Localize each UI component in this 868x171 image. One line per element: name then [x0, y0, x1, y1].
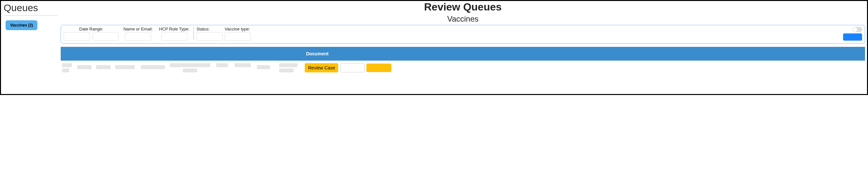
date-range-start-input[interactable]: [64, 32, 90, 41]
filter-hcp-role: HCP Role Type:: [156, 27, 192, 41]
date-range-end-input[interactable]: [93, 32, 119, 41]
th-2: [95, 47, 113, 61]
toggle-knob-icon: [852, 27, 857, 32]
filter-name-email: Name or Email:: [120, 27, 156, 41]
sidebar-title: Queues: [4, 2, 57, 13]
filter-label-date-range: Date Range:: [80, 27, 103, 31]
cell-9: [278, 63, 303, 72]
th-11: [395, 47, 403, 61]
page-subtitle: Vaccines: [60, 14, 866, 24]
filter-vaccine-type: Vaccine type:: [225, 27, 257, 41]
th-1: [76, 47, 94, 61]
hcp-role-input[interactable]: [161, 32, 187, 41]
cell-8: [255, 63, 277, 69]
sidebar-item-vaccines[interactable]: Vaccines (2): [6, 20, 37, 30]
th-7: [233, 47, 255, 61]
page-title: Review Queues: [60, 1, 866, 13]
cell-2: [95, 63, 113, 69]
filter-label-vaccine-type: Vaccine type:: [225, 27, 250, 31]
apply-filters-button[interactable]: [843, 33, 862, 41]
th-8: [255, 47, 277, 61]
cell-7: [233, 63, 255, 67]
filter-label-name-email: Name or Email:: [123, 27, 153, 31]
review-case-button[interactable]: Review Case: [305, 63, 338, 72]
th-6: [215, 47, 232, 61]
th-5: [168, 47, 214, 61]
cell-5: [168, 63, 214, 72]
status-input[interactable]: [196, 32, 223, 41]
th-9: [278, 47, 303, 61]
th-document: Document: [304, 47, 394, 61]
name-email-input[interactable]: [125, 32, 151, 41]
cell-6: [215, 63, 232, 67]
cell-3: [114, 63, 139, 69]
filter-actions: [843, 27, 862, 41]
sidebar-divider: [4, 15, 57, 16]
sidebar: Queues Vaccines (2): [1, 1, 60, 94]
filter-label-status: Status:: [196, 27, 210, 31]
results-table: Document: [61, 47, 865, 72]
document-input[interactable]: [340, 63, 365, 72]
vaccine-type-input[interactable]: [225, 32, 251, 41]
filter-date-range: Date Range:: [64, 27, 119, 41]
filter-label-hcp-role: HCP Role Type:: [159, 27, 190, 31]
main: Review Queues Vaccines Date Range: Name …: [60, 1, 867, 94]
cell-1: [76, 63, 94, 69]
document-action-button[interactable]: [366, 64, 391, 72]
table-row: Review Case: [61, 63, 865, 72]
filter-toggle[interactable]: [852, 27, 862, 32]
th-3: [114, 47, 139, 61]
th-0: [61, 47, 75, 61]
filter-status: Status:: [195, 27, 225, 41]
app-frame: Queues Vaccines (2) Review Queues Vaccin…: [0, 0, 868, 95]
cell-0: [61, 63, 75, 72]
cell-4: [140, 63, 167, 69]
th-4: [140, 47, 167, 61]
cell-document: Review Case: [304, 63, 394, 72]
table-header-row: Document: [61, 47, 865, 61]
filter-divider: [193, 27, 194, 40]
filter-bar: Date Range: Name or Email: HCP Role Type…: [61, 25, 865, 43]
